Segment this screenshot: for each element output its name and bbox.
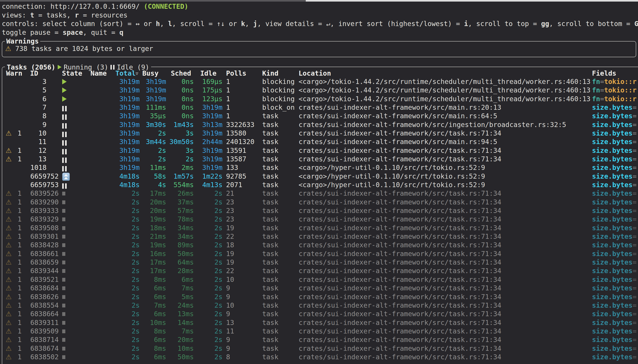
column-header-warn[interactable]: Warn xyxy=(6,69,22,78)
table-row[interactable]: ⚠168386262s6ms5ms2s9taskcrates/sui-index… xyxy=(0,293,638,301)
field-equals: = xyxy=(632,250,637,258)
field-name: size.bytes xyxy=(592,129,632,137)
state-paused-icon xyxy=(62,139,67,146)
table-row[interactable]: ⚠168393012s21ms34ms2s22taskcrates/sui-in… xyxy=(0,232,638,241)
row-warning-count: 1 xyxy=(18,198,22,206)
field-equals: = xyxy=(632,146,637,154)
polls-count: 1 xyxy=(226,112,230,120)
sched-duration: 57ms xyxy=(165,206,194,215)
table-row[interactable]: ⚠168393292s19ms78ms2s23taskcrates/sui-in… xyxy=(0,215,638,224)
field-name: size.bytes xyxy=(592,310,632,318)
idle-duration: 2s xyxy=(194,275,222,284)
table-row[interactable]: ⚠1123h19m2s3s3h19m13591taskcrates/sui-in… xyxy=(0,146,638,155)
sched-duration: 13ms xyxy=(165,310,194,318)
column-header-state[interactable]: State xyxy=(62,69,82,78)
state-completed-icon xyxy=(62,252,65,256)
column-header-total[interactable]: Total▽ xyxy=(116,69,136,78)
table-row[interactable]: ⚠1103h19m2s3s3h19m13580taskcrates/sui-in… xyxy=(0,129,638,138)
polls-count: 13580 xyxy=(226,129,246,138)
column-header-fields[interactable]: Fields xyxy=(592,69,616,78)
task-kind: task xyxy=(262,353,278,361)
console-header: connection: http://127.0.0.1:6669/ (CONN… xyxy=(2,2,638,37)
column-header-location[interactable]: Location xyxy=(298,69,331,78)
idle-duration: 2s xyxy=(194,336,222,344)
idle-duration: 2s xyxy=(194,198,222,206)
table-row[interactable]: ⚠168385022s6ms50ms2s8taskcrates/sui-inde… xyxy=(0,353,638,361)
table-row[interactable]: 66597534m18s4s554ms4m13s2071task<cargo>/… xyxy=(0,181,638,189)
idle-duration: 2s xyxy=(194,353,222,361)
busy-duration: 18ms xyxy=(139,224,166,232)
table-row[interactable]: 73h19m111ms0ns3h19m1block_oncrates/sui-i… xyxy=(0,103,638,112)
column-header-name[interactable]: Name xyxy=(90,69,107,78)
task-id: 6839526 xyxy=(30,189,58,198)
table-row[interactable]: 10183h19m11ms2ms3h19m133task<cargo>/hype… xyxy=(0,163,638,172)
column-header-id[interactable]: ID xyxy=(30,69,38,78)
field-equals: = xyxy=(632,112,637,120)
row-warning-icon: ⚠ xyxy=(6,318,12,327)
table-row[interactable]: 33h19m3h19m0ns169µs1blocking<cargo>/toki… xyxy=(0,78,638,86)
tasks-table-body: 33h19m3h19m0ns169µs1blocking<cargo>/toki… xyxy=(0,78,638,364)
table-row[interactable]: ⚠168387142s6ms20ms2s9taskcrates/sui-inde… xyxy=(0,336,638,344)
busy-duration: 20ms xyxy=(139,198,166,206)
table-row[interactable]: ⚠168384282s19ms89ms2s18taskcrates/sui-in… xyxy=(0,241,638,249)
total-duration: 3h19m xyxy=(96,86,140,94)
table-row[interactable]: ⚠168386642s6ms13ms2s9taskcrates/sui-inde… xyxy=(0,310,638,318)
task-fields: size.bytes= xyxy=(592,310,637,318)
table-row[interactable]: ⚠168386742s8ms10ms2s9taskcrates/sui-inde… xyxy=(0,344,638,353)
table-row[interactable]: ⚠168386612s16ms50ms2s19taskcrates/sui-in… xyxy=(0,250,638,258)
table-row[interactable]: ⚠168395082s18ms34ms2s19taskcrates/sui-in… xyxy=(0,224,638,232)
table-row[interactable]: ⚠168386842s6ms7ms2s9taskcrates/sui-index… xyxy=(0,284,638,292)
total-duration: 2s xyxy=(96,310,140,318)
window-top-edge-dark xyxy=(0,0,306,2)
task-kind: task xyxy=(262,138,278,146)
idle-duration: 2s xyxy=(194,327,222,336)
table-row[interactable]: ⚠168393442s17ms28ms2s22taskcrates/sui-in… xyxy=(0,266,638,275)
table-row[interactable]: ⚠168393112s10ms14ms2s13taskcrates/sui-in… xyxy=(0,318,638,327)
table-row[interactable]: 63h19m3h19m0ns123µs1blocking<cargo>/toki… xyxy=(0,95,638,103)
table-row[interactable]: 93h19m3m30s1m43s3h13m3322633taskcrates/s… xyxy=(0,120,638,129)
polls-count: 1 xyxy=(226,103,230,112)
table-row[interactable]: ⚠168395212s8ms6ms2s10taskcrates/sui-inde… xyxy=(0,275,638,284)
task-location: crates/sui-indexer-alt-framework/src/tas… xyxy=(298,232,501,241)
warning-text: 738 tasks are 1024 bytes or larger xyxy=(15,45,153,52)
column-header-idle[interactable]: Idle xyxy=(200,69,216,78)
table-row[interactable]: ⚠168385542s7ms24ms2s10taskcrates/sui-ind… xyxy=(0,301,638,310)
task-location: crates/sui-indexer-alt-framework/src/tas… xyxy=(298,275,501,284)
column-header-polls[interactable]: Polls xyxy=(226,69,246,78)
column-header-kind[interactable]: Kind xyxy=(262,69,278,78)
idle-duration: 2s xyxy=(194,301,222,310)
total-duration: 3h19m xyxy=(96,146,140,155)
task-fields: size.bytes= xyxy=(592,318,637,327)
polls-count: 1 xyxy=(226,95,230,103)
table-row[interactable]: ⚠1133h19m2s2s3h19m13587taskcrates/sui-in… xyxy=(0,155,638,163)
task-id: 6838661 xyxy=(30,250,58,258)
sort-indicator-icon: ▽ xyxy=(136,69,138,78)
table-row[interactable]: 53h19m3h19m0ns175µs1blocking<cargo>/toki… xyxy=(0,86,638,94)
task-id: 1018 xyxy=(30,163,46,172)
table-row[interactable]: ⚠168393332s20ms57ms2s23taskcrates/sui-in… xyxy=(0,206,638,215)
field-equals: = xyxy=(632,155,637,163)
column-header-busy[interactable]: Busy xyxy=(142,69,158,78)
table-row[interactable]: ⚠168386592s17ms64ms2s19taskcrates/sui-in… xyxy=(0,258,638,266)
table-row[interactable]: 83h19m35µs0ns3h19m1taskcrates/sui-indexe… xyxy=(0,112,638,120)
sched-duration: 7ms xyxy=(165,284,194,292)
table-row[interactable]: ⚠168395262s17ms26ms2s21taskcrates/sui-in… xyxy=(0,189,638,198)
sched-duration: 20ms xyxy=(165,336,194,344)
sched-duration: 89ms xyxy=(165,241,194,249)
table-row[interactable]: ⚠168395092s8ms7ms2s11taskcrates/sui-inde… xyxy=(0,327,638,336)
table-row[interactable]: 66597524m18s58s1m57s1m22s92785task<cargo… xyxy=(0,172,638,181)
table-row[interactable]: ⚠168392902s20ms37ms2s23taskcrates/sui-in… xyxy=(0,198,638,206)
task-id: 6839329 xyxy=(30,215,58,224)
column-header-sched[interactable]: Sched xyxy=(171,69,191,78)
polls-count: 9 xyxy=(226,310,230,318)
idle-duration: 2s xyxy=(194,310,222,318)
state-paused-icon xyxy=(62,182,67,189)
sched-duration: 1m57s xyxy=(165,172,194,181)
total-duration: 2s xyxy=(96,293,140,301)
field-equals: = xyxy=(632,164,637,172)
polls-count: 19 xyxy=(226,224,234,232)
state-completed-icon xyxy=(62,235,65,238)
table-row[interactable]: 113h19m3m44s30m50s2h44m2401320taskcrates… xyxy=(0,138,638,146)
field-equals: = xyxy=(632,138,637,146)
idle-duration: 2s xyxy=(194,206,222,215)
